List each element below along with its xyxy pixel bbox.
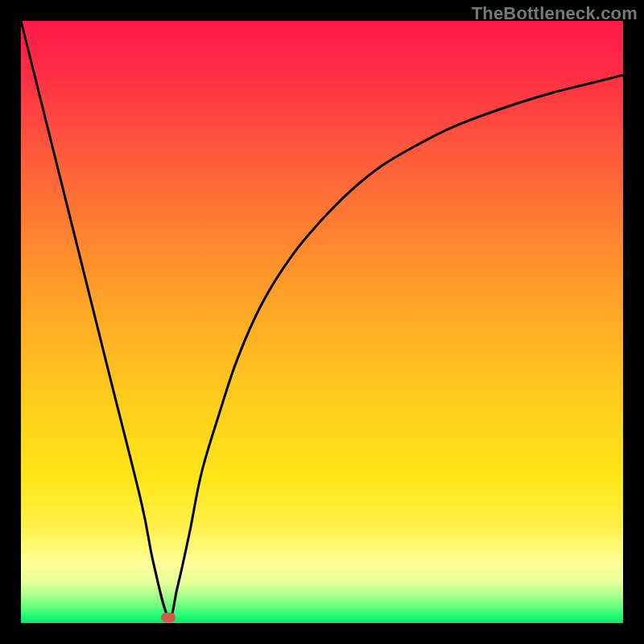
chart-frame: TheBottleneck.com bbox=[0, 0, 644, 644]
curve-path bbox=[21, 21, 623, 617]
minimum-marker bbox=[161, 613, 175, 622]
plot-area bbox=[21, 21, 623, 623]
watermark-text: TheBottleneck.com bbox=[472, 3, 638, 24]
bottleneck-curve bbox=[21, 21, 623, 623]
